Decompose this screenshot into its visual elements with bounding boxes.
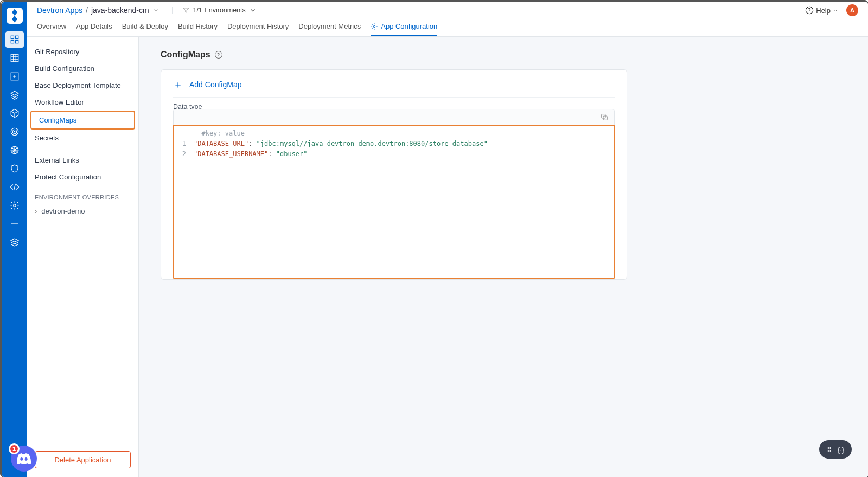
chevron-down-icon <box>833 8 839 14</box>
sidebar-item-workflow[interactable]: Workflow Editor <box>27 94 138 111</box>
logo-icon[interactable] <box>7 8 23 24</box>
sidebar-item-secrets[interactable]: Secrets <box>27 130 138 146</box>
app-tabs: Overview App Details Build & Deploy Buil… <box>27 18 868 37</box>
svg-rect-0 <box>11 36 14 38</box>
page-header: Devtron Apps / java-backend-cm 1/1 Envir… <box>27 2 868 18</box>
svg-rect-1 <box>16 36 18 38</box>
rail-grid-icon[interactable] <box>5 50 24 66</box>
env-filter[interactable]: 1/1 Environments <box>172 7 257 14</box>
sidebar-overrides-label: ENVIRONMENT OVERRIDES <box>27 185 138 204</box>
svg-point-6 <box>11 128 18 136</box>
sidebar-item-git[interactable]: Git Repository <box>27 43 138 60</box>
svg-rect-4 <box>11 54 18 62</box>
content-area: ConfigMaps ? ＋ Add ConfigMap Data type K… <box>139 37 868 477</box>
rail-target-icon[interactable] <box>5 124 24 140</box>
rail-code-icon[interactable] <box>5 179 24 195</box>
chevron-down-icon <box>249 7 257 14</box>
help-icon[interactable]: ? <box>215 51 222 59</box>
breadcrumb-root[interactable]: Devtron Apps <box>37 6 82 15</box>
help-icon <box>805 6 814 15</box>
rail-stack-icon[interactable] <box>5 234 24 250</box>
add-configmap-button[interactable]: ＋ Add ConfigMap <box>173 80 615 98</box>
rail-plus-icon[interactable] <box>5 68 24 85</box>
tab-app-details[interactable]: App Details <box>76 18 112 36</box>
svg-point-10 <box>14 204 16 207</box>
sidebar-item-build-config[interactable]: Build Configuration <box>27 60 138 77</box>
rail-shield-icon[interactable] <box>5 160 24 177</box>
avatar[interactable]: A <box>846 4 858 16</box>
float-actions-pill[interactable]: ⠿ {·} <box>819 440 852 459</box>
chevron-down-icon[interactable] <box>152 7 159 14</box>
rail-wheel-icon[interactable] <box>5 142 24 158</box>
sidebar-item-protect-config[interactable]: Protect Configuration <box>27 169 138 185</box>
config-sidebar: Git Repository Build Configuration Base … <box>27 37 139 477</box>
svg-point-12 <box>373 25 375 28</box>
line-gutter: 12 <box>174 126 189 278</box>
drag-icon: ⠿ <box>827 446 832 454</box>
code-area[interactable]: 12 #key: value "DATABASE_URL": "jdbc:mys… <box>174 126 614 278</box>
configmap-card: ＋ Add ConfigMap Data type Kubernetes Con… <box>161 69 627 280</box>
sidebar-item-configmaps[interactable]: ConfigMaps <box>30 111 135 130</box>
rail-cube-icon[interactable] <box>5 105 24 121</box>
discord-badge: 1 <box>9 443 20 454</box>
braces-icon: {·} <box>838 446 844 454</box>
rail-apps-icon[interactable] <box>5 31 24 48</box>
help-button[interactable]: Help <box>805 6 839 15</box>
tab-build-deploy[interactable]: Build & Deploy <box>122 18 168 36</box>
icon-rail <box>2 2 27 477</box>
discord-bubble[interactable]: 1 <box>11 446 37 472</box>
tab-build-history[interactable]: Build History <box>178 18 218 36</box>
discord-icon <box>17 453 31 464</box>
tab-deployment-history[interactable]: Deployment History <box>227 18 289 36</box>
sidebar-item-base-template[interactable]: Base Deployment Template <box>27 77 138 94</box>
svg-point-8 <box>14 131 15 132</box>
code-lines[interactable]: #key: value "DATABASE_URL": "jdbc:mysql/… <box>189 126 614 278</box>
page-title: ConfigMaps ? <box>161 50 846 60</box>
breadcrumb-app[interactable]: java-backend-cm <box>91 6 149 15</box>
rail-gear-icon[interactable] <box>5 197 24 214</box>
tab-deployment-metrics[interactable]: Deployment Metrics <box>298 18 361 36</box>
sidebar-env-item[interactable]: devtron-demo <box>27 204 138 218</box>
rail-line-icon[interactable] <box>5 216 24 232</box>
tab-overview[interactable]: Overview <box>37 18 66 36</box>
rail-layers-icon[interactable] <box>5 87 24 103</box>
svg-rect-2 <box>11 41 14 43</box>
copy-icon[interactable] <box>600 113 609 121</box>
tab-app-configuration[interactable]: App Configuration <box>371 18 437 36</box>
gear-icon <box>371 23 378 30</box>
svg-point-7 <box>12 130 17 134</box>
delete-application-button[interactable]: Delete Application <box>35 451 131 468</box>
plus-icon: ＋ <box>173 80 183 89</box>
svg-rect-3 <box>16 41 18 43</box>
sidebar-item-external-links[interactable]: External Links <box>27 152 138 169</box>
filter-icon <box>182 7 190 14</box>
